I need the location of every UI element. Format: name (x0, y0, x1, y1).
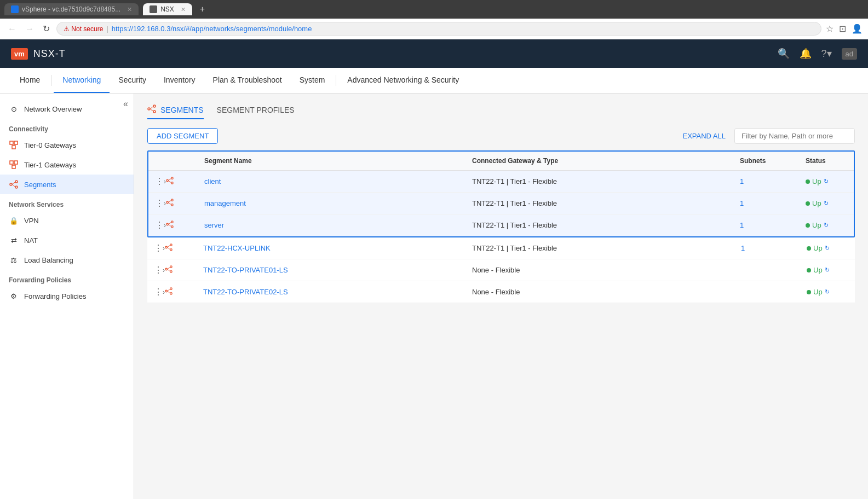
tab-segments[interactable]: SEGMENTS (147, 105, 204, 119)
row-subnets (734, 265, 800, 276)
expand-all-button[interactable]: EXPAND ALL (682, 132, 726, 140)
subnet-count[interactable]: 1 (740, 221, 744, 229)
back-button[interactable]: ← (5, 23, 19, 35)
tab-vsphere[interactable]: vSphere - vc.de7510d9c7d8485... ✕ (4, 3, 139, 15)
refresh-button[interactable]: ↻ (41, 22, 52, 35)
sidebar-item-segments[interactable]: Segments (0, 175, 134, 194)
svg-point-37 (170, 266, 173, 268)
url-text: https://192.168.0.3/nsx/#/app/networks/s… (112, 25, 312, 33)
sidebar-item-network-overview[interactable]: ⊙ Network Overview (0, 99, 134, 119)
not-secure-indicator: ⚠ Not secure (64, 25, 103, 33)
row-menu-icon[interactable]: ⋮ (154, 265, 163, 275)
nav-networking[interactable]: Networking (54, 68, 110, 93)
sidebar-item-vpn[interactable]: 🔒 VPN (0, 211, 134, 230)
row-name[interactable]: server (198, 216, 465, 235)
sidebar-item-nat[interactable]: ⇄ NAT (0, 230, 134, 250)
table-row: ⋮ › TNT22-TO-PRIVATE02-LS None - Flexibl… (147, 281, 855, 303)
svg-rect-4 (14, 161, 18, 164)
nav-advanced[interactable]: Advanced Networking & Security (338, 68, 468, 93)
sidebar-item-label: Segments (24, 181, 56, 189)
row-gateway: None - Flexible (465, 260, 734, 280)
row-actions: ⋮ › (148, 171, 198, 192)
refresh-status-icon[interactable]: ↻ (824, 200, 829, 207)
sidebar-item-forwarding-policies[interactable]: ⚙ Forwarding Policies (0, 286, 134, 306)
nav-plan[interactable]: Plan & Troubleshoot (204, 68, 291, 93)
nsx-tab-close[interactable]: ✕ (181, 6, 186, 13)
svg-line-29 (168, 222, 171, 224)
vsphere-tab-close[interactable]: ✕ (127, 6, 132, 13)
sidebar-collapse-button[interactable]: « (123, 99, 128, 109)
nav-sep-2 (336, 75, 336, 86)
sidebar-item-tier1[interactable]: Tier-1 Gateways (0, 155, 134, 175)
svg-point-27 (171, 221, 174, 223)
nav-system[interactable]: System (291, 68, 334, 93)
segment-type-icon (166, 177, 174, 186)
nsx-favicon (150, 5, 157, 13)
subnet-count[interactable]: 1 (741, 244, 745, 252)
filter-input[interactable] (734, 128, 855, 144)
svg-point-42 (170, 288, 173, 290)
extensions-icon[interactable]: ⊡ (839, 24, 846, 34)
segment-type-icon (166, 221, 174, 230)
url-box[interactable]: ⚠ Not secure | https://192.168.0.3/nsx/#… (56, 22, 821, 36)
refresh-status-icon[interactable]: ↻ (825, 245, 830, 252)
search-icon[interactable]: 🔍 (778, 48, 790, 60)
svg-point-33 (170, 249, 173, 251)
subnet-count[interactable]: 1 (740, 199, 744, 207)
sidebar-item-tier0[interactable]: Tier-0 Gateways (0, 135, 134, 155)
table-header: Segment Name Connected Gateway & Type Su… (148, 152, 854, 171)
profile-icon[interactable]: 👤 (852, 24, 863, 34)
tier0-icon (9, 140, 19, 150)
svg-point-21 (166, 201, 169, 204)
vsphere-favicon (11, 5, 19, 13)
row-menu-icon[interactable]: ⋮ (155, 198, 164, 208)
svg-point-13 (153, 111, 156, 113)
refresh-status-icon[interactable]: ↻ (824, 222, 829, 229)
row-menu-icon[interactable]: ⋮ (155, 220, 164, 230)
status-dot (807, 246, 811, 251)
row-name[interactable]: client (198, 172, 465, 191)
svg-point-28 (171, 226, 174, 228)
svg-rect-0 (10, 141, 13, 144)
help-icon[interactable]: ?▾ (821, 48, 832, 60)
row-menu-icon[interactable]: ⋮ (154, 287, 163, 297)
row-name[interactable]: TNT22-HCX-UPLINK (197, 239, 465, 258)
tab-nsx[interactable]: NSX ✕ (143, 3, 192, 15)
row-name[interactable]: TNT22-TO-PRIVATE02-LS (197, 282, 465, 301)
row-menu-icon[interactable]: ⋮ (154, 243, 163, 253)
row-gateway: TNT22-T1 | Tier1 - Flexible (465, 194, 733, 213)
col-header-name: Segment Name (198, 152, 465, 170)
user-avatar[interactable]: ad (842, 48, 857, 60)
svg-line-30 (168, 224, 171, 227)
row-actions: ⋮ › (147, 259, 197, 281)
refresh-status-icon[interactable]: ↻ (825, 288, 830, 295)
vmware-logo: vm (11, 48, 28, 60)
status-text: Up (813, 266, 823, 274)
nsx-tab-label: NSX (160, 5, 174, 13)
row-name[interactable]: TNT22-TO-PRIVATE01-LS (197, 260, 465, 280)
notifications-icon[interactable]: 🔔 (800, 48, 812, 60)
nav-security[interactable]: Security (110, 68, 155, 93)
toolbar: ADD SEGMENT EXPAND ALL (147, 128, 855, 144)
new-tab-button[interactable]: + (197, 4, 208, 14)
row-menu-icon[interactable]: ⋮ (155, 176, 164, 187)
table-row: ⋮ › management TNT22-T1 | Tier1 - Flexib… (148, 193, 854, 214)
sidebar: « ⊙ Network Overview Connectivity Tier-0… (0, 94, 134, 499)
bookmark-icon[interactable]: ☆ (826, 24, 833, 34)
nav-home[interactable]: Home (11, 68, 49, 93)
svg-line-24 (168, 200, 171, 202)
url-separator: | (106, 25, 108, 33)
subnet-count[interactable]: 1 (740, 177, 744, 185)
refresh-status-icon[interactable]: ↻ (825, 266, 830, 274)
svg-point-11 (148, 108, 150, 110)
forward-button[interactable]: → (23, 23, 36, 35)
add-segment-button[interactable]: ADD SEGMENT (147, 128, 218, 144)
sidebar-item-load-balancing[interactable]: ⚖ Load Balancing (0, 250, 134, 270)
segments-table-highlighted: Segment Name Connected Gateway & Type Su… (147, 150, 855, 237)
refresh-status-icon[interactable]: ↻ (824, 178, 829, 185)
tab-segment-profiles[interactable]: SEGMENT PROFILES (217, 106, 295, 119)
svg-point-7 (15, 181, 18, 183)
nav-inventory[interactable]: Inventory (155, 68, 204, 93)
row-name[interactable]: management (198, 194, 465, 213)
header-actions: 🔍 🔔 ?▾ ad (778, 48, 857, 60)
